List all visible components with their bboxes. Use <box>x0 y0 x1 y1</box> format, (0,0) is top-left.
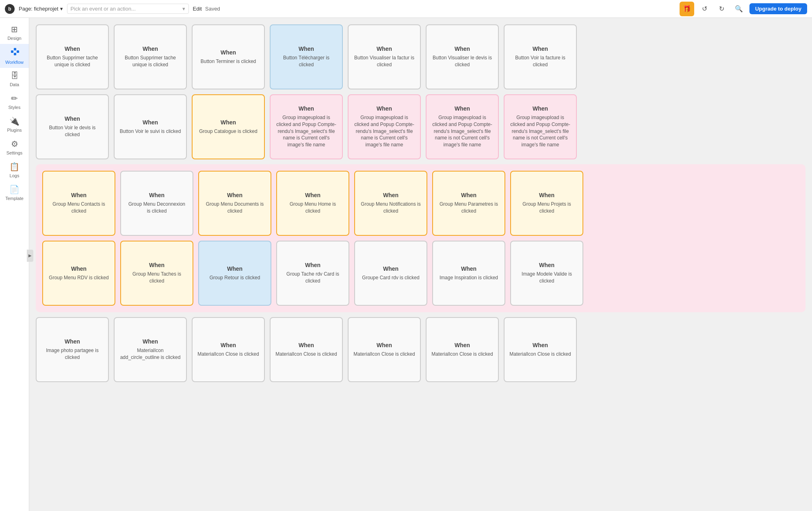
data-icon: 🗄 <box>11 71 19 80</box>
card-description: Group Menu Taches is clicked <box>126 271 188 285</box>
workflow-card[interactable]: When Group Menu Contacts is clicked <box>42 171 115 236</box>
workflow-card[interactable]: When Group imageupload is clicked and Po… <box>348 94 421 159</box>
workflow-card[interactable]: When Button Télécharger is clicked <box>270 24 343 89</box>
svg-rect-3 <box>17 50 19 53</box>
sidebar-item-plugins-label: Plugins <box>7 128 22 133</box>
workflow-card[interactable]: When Image Modele Valide is clicked <box>510 241 583 306</box>
sidebar-item-data[interactable]: 🗄 Data <box>0 68 29 90</box>
workflow-card[interactable]: When MaterialIcon Close is clicked <box>270 317 343 382</box>
card-description: Group Menu Notifications is clicked <box>360 201 422 215</box>
workflow-card[interactable]: When MaterialIcon Close is clicked <box>504 317 577 382</box>
sidebar-item-template[interactable]: 📄 Template <box>0 181 29 204</box>
card-description: Group Menu Deconnexion is clicked <box>126 201 188 215</box>
workflow-card[interactable]: When Group Menu Documents is clicked <box>198 171 271 236</box>
workflow-card[interactable]: When Group imageupload is clicked and Po… <box>270 94 343 159</box>
when-label: When <box>377 342 392 348</box>
card-description: Button Terminer is clicked <box>201 58 256 65</box>
workflow-card[interactable]: When MaterialIcon Close is clicked <box>426 317 499 382</box>
when-label: When <box>71 265 87 272</box>
workflow-card[interactable]: When Button Supprimer tache unique is cl… <box>36 24 109 89</box>
card-description: MaterialIcon Close is clicked <box>275 351 337 358</box>
sidebar-item-settings[interactable]: ⚙ Settings <box>0 136 29 159</box>
undo-button[interactable]: ↺ <box>698 2 711 15</box>
when-label: When <box>539 192 554 198</box>
workflow-card[interactable]: When Group Catalogue is clicked <box>192 94 265 159</box>
when-label: When <box>455 342 470 348</box>
sidebar-item-design-label: Design <box>7 36 21 41</box>
when-label: When <box>65 115 80 122</box>
gift-button[interactable]: 🎁 <box>680 2 694 16</box>
card-description: Group Menu Documents is clicked <box>204 201 266 215</box>
card-description: Group Menu Projets is clicked <box>516 201 578 215</box>
when-label: When <box>71 192 87 198</box>
svg-rect-2 <box>14 53 16 55</box>
redo-button[interactable]: ↻ <box>715 2 728 15</box>
card-description: Button Télécharger is clicked <box>275 54 337 68</box>
card-description: Group Menu Home is clicked <box>282 201 344 215</box>
workflow-card[interactable]: When MaterialIcon Close is clicked <box>192 317 265 382</box>
when-label: When <box>455 46 470 52</box>
card-description: MaterialIcon add_circle_outline is click… <box>119 347 181 361</box>
workflow-card[interactable]: When Group Menu Taches is clicked <box>120 241 193 306</box>
workflow-card[interactable]: When MaterialIcon Close is clicked <box>348 317 421 382</box>
sidebar-item-workflow[interactable]: Workflow <box>0 44 29 68</box>
sidebar-item-logs[interactable]: 📋 Logs <box>0 159 29 181</box>
sidebar-item-styles[interactable]: ✏ Styles <box>0 90 29 113</box>
when-label: When <box>533 105 548 112</box>
sidebar-toggle[interactable]: ▶ <box>27 250 33 262</box>
card-description: Groupe Card rdv is clicked <box>362 274 419 281</box>
card-description: Group imageupload is clicked and Popup C… <box>509 114 571 148</box>
svg-rect-1 <box>14 48 16 50</box>
row-group-4: When Group Menu RDV is clicked When Grou… <box>42 241 799 306</box>
when-label: When <box>227 265 243 272</box>
card-description: Button Voir la facture is clicked <box>509 54 571 68</box>
card-description: Group imageupload is clicked and Popup C… <box>431 114 493 148</box>
sidebar-item-plugins[interactable]: 🔌 Plugins <box>0 113 29 136</box>
sidebar-item-data-label: Data <box>10 82 19 87</box>
when-label: When <box>221 119 236 126</box>
workflow-card[interactable]: When Group Menu Notifications is clicked <box>354 171 427 236</box>
when-label: When <box>149 262 165 268</box>
edit-label[interactable]: Edit <box>193 6 202 12</box>
card-description: Button Visualiser le devis is clicked <box>431 54 493 68</box>
workflow-card[interactable]: When Groupe Card rdv is clicked <box>354 241 427 306</box>
card-description: Button Voir le devis is clicked <box>41 124 103 138</box>
workflow-card[interactable]: When Group Retour is clicked <box>198 241 271 306</box>
when-label: When <box>299 105 314 112</box>
card-description: MaterialIcon Close is clicked <box>509 351 571 358</box>
workflow-card[interactable]: When Group imageupload is clicked and Po… <box>426 94 499 159</box>
workflow-card[interactable]: When Group Menu RDV is clicked <box>42 241 115 306</box>
upgrade-deploy-button[interactable]: Upgrade to deploy <box>749 3 807 14</box>
when-label: When <box>461 192 476 198</box>
workflow-card[interactable]: When Button Supprimer tache unique is cl… <box>114 24 187 89</box>
sidebar-item-styles-label: Styles <box>9 105 21 110</box>
workflow-card[interactable]: When Group imageupload is clicked and Po… <box>504 94 577 159</box>
workflow-card[interactable]: When Group Menu Projets is clicked <box>510 171 583 236</box>
workflow-card[interactable]: When Button Voir le suivi is clicked <box>114 94 187 159</box>
search-button[interactable]: 🔍 <box>732 2 745 15</box>
workflow-card[interactable]: When Group Tache rdv Card is clicked <box>276 241 349 306</box>
workflow-card[interactable]: When Button Visualiser la factur is clic… <box>348 24 421 89</box>
workflow-card[interactable]: When Button Visualiser le devis is click… <box>426 24 499 89</box>
when-label: When <box>305 262 320 268</box>
saved-label: Saved <box>205 6 220 12</box>
workflow-card[interactable]: When MaterialIcon add_circle_outline is … <box>114 317 187 382</box>
workflow-card[interactable]: When Button Voir la facture is clicked <box>504 24 577 89</box>
workflow-card[interactable]: When Image Inspiration is clicked <box>432 241 505 306</box>
event-picker[interactable]: Pick an event or an action... ▾ <box>67 4 189 14</box>
card-description: MaterialIcon Close is clicked <box>431 351 493 358</box>
card-description: Group Menu RDV is clicked <box>49 274 108 281</box>
workflow-card[interactable]: When Group Menu Deconnexion is clicked <box>120 171 193 236</box>
workflow-canvas: When Button Supprimer tache unique is cl… <box>36 24 806 382</box>
workflow-card[interactable]: When Button Terminer is clicked <box>192 24 265 89</box>
workflow-card[interactable]: When Image photo partagee is clicked <box>36 317 109 382</box>
workflow-card[interactable]: When Button Voir le devis is clicked <box>36 94 109 159</box>
workflow-card[interactable]: When Group Menu Home is clicked <box>276 171 349 236</box>
workflow-card[interactable]: When Group Menu Parametres is clicked <box>432 171 505 236</box>
when-label: When <box>149 192 165 198</box>
when-label: When <box>305 192 320 198</box>
card-description: Group Catalogue is clicked <box>199 128 257 135</box>
template-icon: 📄 <box>9 185 19 194</box>
when-label: When <box>143 338 158 345</box>
sidebar-item-design[interactable]: ⊞ Design <box>0 21 29 44</box>
